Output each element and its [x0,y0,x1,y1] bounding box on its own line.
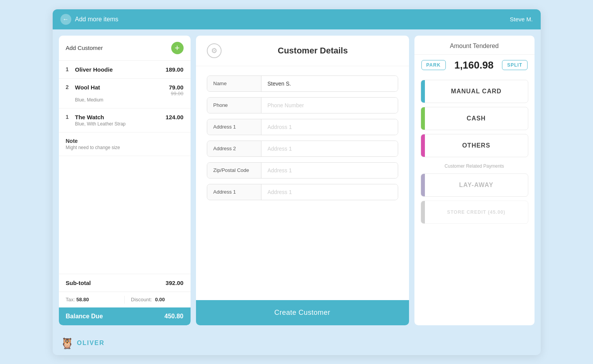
address1-field: Address 1 [207,119,398,135]
customer-header: ⚙ Customer Details [196,36,409,66]
address1b-input[interactable] [261,184,398,200]
name-input[interactable] [261,76,398,91]
cash-bar [421,107,425,130]
balance-label: Balance Due [66,313,103,320]
item-original-price: 99.00 [169,91,184,96]
name-field: Name [207,76,398,92]
cart-header: Add Customer + [59,36,191,61]
tax-discount-row: Tax: 58.80 Discount: 0.00 [59,292,191,307]
layaway-label: LAY-AWAY [425,182,528,189]
phone-field: Phone [207,97,398,113]
cart-items: 1 Oliver Hoodie 189.00 2 Wool Hat [59,61,191,274]
item-name: The Watch [75,114,104,120]
customer-related-title: Customer Related Payments [421,161,528,170]
split-button[interactable]: SPLIT [502,60,527,70]
cash-option[interactable]: CASH [421,107,528,130]
others-label: OTHERS [425,142,528,149]
others-bar [421,134,425,157]
store-credit-option[interactable]: STORE CREDIT (45.00) [421,201,528,224]
store-credit-label: STORE CREDIT (45.00) [425,209,528,215]
phone-label: Phone [207,98,261,113]
header: ← Add more items Steve M. [53,9,541,29]
amount-value: 1,160.98 [449,59,499,71]
item-variant: Blue, Medium [66,97,184,103]
address2-label: Address 2 [207,141,261,156]
zip-label: Zip/Postal Code [207,163,261,178]
item-variant: Blue, With Leather Strap [66,121,184,127]
customer-form: Name Phone Address 1 Address 2 [196,66,409,300]
body: Add Customer + 1 Oliver Hoodie 189.00 [53,29,541,331]
layaway-bar [421,174,425,196]
manual-card-option[interactable]: MANUAL CARD [421,80,528,103]
tax-label: Tax: [66,297,75,302]
logo-owl-icon: 🦉 [60,337,74,350]
back-icon: ← [63,16,69,23]
park-button[interactable]: PARK [421,60,446,70]
settings-icon: ⚙ [207,43,222,58]
logo-text: OLIVER [77,340,105,347]
manual-card-bar [421,80,425,103]
add-customer-button[interactable]: + [171,42,184,54]
header-title: Add more items [75,16,119,23]
customer-title: Customer Details [228,46,398,56]
item-price: 124.00 [166,114,184,120]
cart-panel: Add Customer + 1 Oliver Hoodie 189.00 [59,36,191,325]
subtotal-row: Sub-total 392.00 [59,274,191,292]
item-price: 79.00 99.00 [169,84,184,96]
address1-label: Address 1 [207,119,261,135]
payment-header: Amount Tendered [414,36,535,55]
discount-label: Discount: [131,297,152,302]
address2-input[interactable] [261,141,398,156]
footer: 🦉 OLIVER [53,331,541,355]
note-text: Might need to change size [66,145,184,150]
add-customer-label: Add Customer [66,45,103,51]
back-button[interactable]: ← [60,14,71,25]
main-container: ← Add more items Steve M. Add Customer +… [53,9,541,355]
others-option[interactable]: OTHERS [421,134,528,157]
address1b-label: Address 1 [207,184,261,200]
zip-input[interactable] [261,163,398,178]
cart-item: 1 Oliver Hoodie 189.00 [59,61,191,79]
discount-value: 0.00 [155,297,165,302]
amount-row: PARK 1,160.98 SPLIT [414,55,535,76]
item-qty: 2 [66,84,72,90]
cash-label: CASH [425,115,528,122]
phone-input[interactable] [261,98,398,113]
header-left: ← Add more items [60,14,119,25]
item-name: Oliver Hoodie [75,66,113,73]
store-credit-bar [421,201,425,223]
note-title: Note [66,138,184,144]
manual-card-label: MANUAL CARD [425,88,528,95]
cart-footer: Sub-total 392.00 Tax: 58.80 Discount: 0.… [59,274,191,325]
address2-field: Address 2 [207,141,398,157]
gear-icon: ⚙ [211,46,217,55]
address1-input[interactable] [261,119,398,135]
layaway-option[interactable]: LAY-AWAY [421,173,528,197]
item-name: Wool Hat [75,84,100,91]
plus-icon: + [175,44,180,52]
item-qty: 1 [66,66,72,72]
address1b-field: Address 1 [207,184,398,200]
payment-options: MANUAL CARD CASH OTHERS Customer Related… [414,76,535,325]
customer-panel: ⚙ Customer Details Name Phone Address 1 [196,36,409,325]
name-label: Name [207,76,261,91]
balance-value: 450.80 [165,313,184,320]
subtotal-label: Sub-total [66,280,91,286]
tax-value: 58.80 [76,297,89,302]
item-price: 189.00 [166,66,184,73]
zip-field: Zip/Postal Code [207,162,398,179]
header-user: Steve M. [510,16,533,22]
cart-note: Note Might need to change size [59,132,191,156]
cart-item: 2 Wool Hat 79.00 99.00 Blue, Medium [59,79,191,108]
item-qty: 1 [66,114,72,120]
payment-panel: Amount Tendered PARK 1,160.98 SPLIT MANU… [414,36,535,325]
create-customer-button[interactable]: Create Customer [196,300,409,325]
subtotal-value: 392.00 [166,280,184,286]
cart-item: 1 The Watch 124.00 Blue, With Leather St… [59,108,191,132]
balance-row: Balance Due 450.80 [59,307,191,325]
